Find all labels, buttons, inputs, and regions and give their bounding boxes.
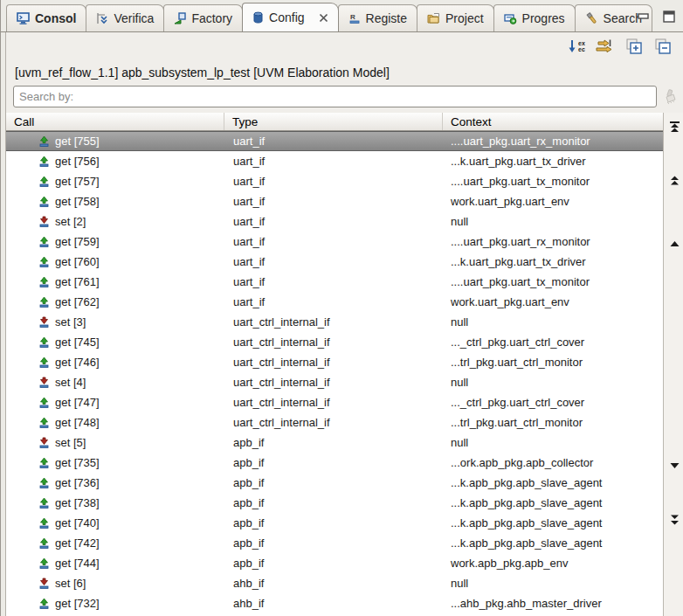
minimize-button[interactable] (638, 10, 649, 23)
call-label: get [746] (55, 356, 100, 369)
close-tab-button[interactable] (319, 13, 328, 23)
get-icon (38, 397, 50, 408)
get-icon (38, 537, 50, 549)
type-cell: uart_if (224, 135, 443, 148)
clear-search-button[interactable] (659, 87, 680, 107)
tab-progres[interactable]: Progres (493, 4, 576, 31)
type-cell: uart_ctrl_internal_if (224, 315, 443, 329)
table-row[interactable]: set [2]uart_ifnull (6, 211, 663, 232)
call-label: get [738] (55, 496, 100, 509)
config-view-panel: ConsolVerificaFactoryConfigRRegisteProje… (1, 0, 683, 616)
get-icon (38, 517, 50, 529)
scroll-up-button[interactable] (664, 237, 683, 251)
context-cell: work.apb_pkg.apb_env (443, 557, 663, 570)
table-row[interactable]: get [759]uart_if....uart_pkg.uart_rx_mon… (6, 232, 663, 252)
table-row[interactable]: get [740]apb_if...k.apb_pkg.apb_slave_ag… (6, 513, 663, 533)
type-cell: uart_ctrl_internal_if (224, 336, 443, 349)
column-header-type[interactable]: Type (224, 113, 443, 130)
table-row[interactable]: get [748]uart_ctrl_internal_if...trl_pkg… (6, 412, 663, 433)
call-cell: get [744] (6, 557, 224, 570)
get-icon (38, 336, 50, 348)
call-label: get [761] (55, 275, 100, 288)
table-row[interactable]: get [757]uart_if....uart_pkg.uart_tx_mon… (6, 171, 663, 191)
table-row[interactable]: get [755]uart_if....uart_pkg.uart_rx_mon… (6, 131, 663, 151)
tab-config[interactable]: Config (242, 3, 338, 31)
scroll-down-double-button[interactable] (664, 513, 683, 527)
expand-all-icon (626, 38, 642, 54)
collapse-all-button[interactable] (652, 37, 673, 56)
get-icon (38, 256, 50, 267)
context-cell: ...ahb_pkg.ahb_master_driver (443, 597, 663, 610)
call-cell: get [748] (6, 416, 224, 429)
type-cell: uart_if (224, 155, 443, 168)
column-header-call[interactable]: Call (6, 113, 224, 130)
call-label: set [2] (55, 215, 86, 228)
call-cell: get [735] (6, 456, 224, 469)
table-row[interactable]: get [746]uart_ctrl_internal_if...trl_pkg… (6, 352, 663, 372)
tab-project[interactable]: Project (417, 4, 494, 31)
context-cell: ..._ctrl_pkg.uart_ctrl_cover (443, 396, 663, 409)
tab-factory[interactable]: Factory (163, 4, 243, 31)
table-row[interactable]: set [5]apb_ifnull (6, 433, 663, 453)
scroll-top-icon (669, 121, 680, 133)
set-icon (38, 377, 50, 388)
search-input[interactable] (13, 86, 657, 107)
set-icon (38, 316, 50, 328)
scroll-to-top-button[interactable] (664, 120, 683, 134)
type-cell: uart_ctrl_internal_if (224, 396, 443, 409)
table-row[interactable]: get [762]uart_ifwork.uart_pkg.uart_env (6, 292, 663, 312)
call-label: get [740] (55, 516, 100, 529)
get-icon (38, 156, 50, 167)
tab-consol[interactable]: Consol (6, 4, 86, 31)
call-label: get [759] (55, 235, 100, 248)
table-row[interactable]: get [736]apb_if...k.apb_pkg.apb_slave_ag… (6, 473, 663, 493)
table-row[interactable]: set [4]uart_ctrl_internal_ifnull (6, 372, 663, 392)
step-forward-button[interactable] (595, 37, 616, 56)
svg-text:R: R (350, 13, 355, 21)
tab-label: Verifica (114, 11, 154, 25)
tab-label: Config (269, 10, 304, 24)
type-cell: ahb_if (224, 577, 443, 590)
table-row[interactable]: set [3]uart_ctrl_internal_ifnull (6, 312, 663, 332)
table-row[interactable]: get [756]uart_if...k.uart_pkg.uart_tx_dr… (6, 151, 663, 171)
context-cell: null (443, 376, 663, 389)
tab-verifica[interactable]: Verifica (86, 4, 164, 31)
table-row[interactable]: get [744]apb_ifwork.apb_pkg.apb_env (6, 553, 663, 573)
scroll-up-double-button[interactable] (664, 174, 683, 188)
table-row[interactable]: get [742]apb_if...k.apb_pkg.apb_slave_ag… (6, 533, 663, 553)
type-cell: uart_ctrl_internal_if (224, 356, 443, 369)
scroll-down-button[interactable] (664, 459, 683, 473)
context-cell: null (443, 436, 663, 449)
type-cell: uart_ctrl_internal_if (224, 416, 443, 429)
table-row[interactable]: get [747]uart_ctrl_internal_if..._ctrl_p… (6, 392, 663, 412)
table-row[interactable]: get [761]uart_if....uart_pkg.uart_tx_mon… (6, 272, 663, 292)
config-calls-table: Call Type Context get [755]uart_if....ua… (6, 113, 683, 616)
table-body: get [755]uart_if....uart_pkg.uart_rx_mon… (6, 131, 663, 616)
type-cell: uart_if (224, 295, 443, 308)
table-row[interactable]: get [735]apb_if...ork.apb_pkg.apb_collec… (6, 453, 663, 473)
expand-all-button[interactable] (624, 37, 645, 56)
call-cell: set [4] (6, 376, 224, 389)
table-row[interactable]: get [732]ahb_if...ahb_pkg.ahb_master_dri… (6, 593, 663, 613)
tab-label: Consol (35, 11, 76, 25)
call-cell: get [736] (6, 476, 224, 489)
call-cell: get [740] (6, 516, 224, 529)
view-tabbar: ConsolVerificaFactoryConfigRRegisteProje… (1, 0, 683, 32)
table-row[interactable]: get [758]uart_ifwork.uart_pkg.uart_env (6, 191, 663, 211)
table-row[interactable]: set [6]ahb_ifnull (6, 573, 663, 593)
tab-registe[interactable]: RRegiste (338, 4, 417, 31)
column-header-context[interactable]: Context (443, 113, 663, 130)
set-icon (38, 437, 50, 448)
get-icon (38, 417, 50, 428)
execution-order-button[interactable]: exec (566, 37, 587, 56)
maximize-button[interactable] (663, 10, 675, 23)
context-cell: ....uart_pkg.uart_tx_monitor (443, 175, 663, 188)
call-label: get [756] (55, 155, 100, 168)
table-row[interactable]: get [738]apb_if...k.apb_pkg.apb_slave_ag… (6, 493, 663, 513)
type-cell: apb_if (224, 476, 443, 489)
get-icon (38, 276, 50, 287)
view-toolbar: exec (6, 32, 683, 60)
tab-strip: ConsolVerificaFactoryConfigRRegisteProje… (6, 3, 652, 31)
table-row[interactable]: get [745]uart_ctrl_internal_if..._ctrl_p… (6, 332, 663, 352)
table-row[interactable]: get [760]uart_if...k.uart_pkg.uart_tx_dr… (6, 252, 663, 272)
